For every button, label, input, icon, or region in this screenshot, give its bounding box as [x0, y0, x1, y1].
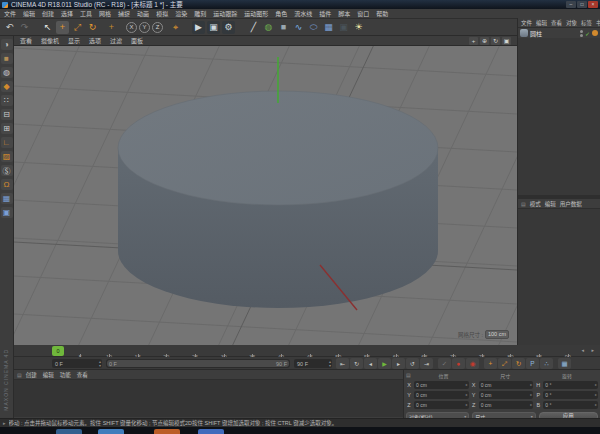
- menu-item[interactable]: 网格: [99, 9, 111, 18]
- ruler-tick[interactable]: 35: [238, 345, 267, 357]
- material-manager-body[interactable]: [14, 380, 403, 417]
- points-mode-icon[interactable]: ∷: [1, 95, 13, 106]
- live-selection-icon[interactable]: ↖: [41, 21, 54, 34]
- material-manager-tab[interactable]: 创建: [26, 371, 37, 379]
- ruler-tick[interactable]: 40: [267, 345, 296, 357]
- zoom-view-icon[interactable]: ⊕: [480, 37, 489, 45]
- ruler-scroll-arrows[interactable]: ◂ ▸: [582, 347, 597, 353]
- ruler-tick[interactable]: 70: [439, 345, 468, 357]
- record-scale-toggle[interactable]: ⤢: [498, 358, 511, 369]
- menu-item[interactable]: 脚本: [338, 9, 350, 18]
- workplane-icon[interactable]: ▦: [1, 193, 13, 204]
- viewport-canvas[interactable]: 网格尺寸 : 100 cm: [14, 46, 517, 345]
- end-frame-input[interactable]: 90 F ▴▾: [294, 359, 332, 368]
- texture-axis-icon[interactable]: ▨: [1, 151, 13, 162]
- autokey-button[interactable]: ◉: [466, 358, 479, 369]
- object-manager-tab[interactable]: 查看: [551, 19, 562, 27]
- material-manager-tab[interactable]: 功能: [60, 371, 71, 379]
- size-field[interactable]: 0 cm▸: [479, 391, 534, 399]
- menu-item[interactable]: 雕刻: [194, 9, 206, 18]
- material-manager-tab[interactable]: 查看: [77, 371, 88, 379]
- enable-checkmark-icon[interactable]: ✓: [585, 30, 590, 37]
- render-visibility-dot[interactable]: [580, 34, 583, 37]
- menu-item[interactable]: 编辑: [23, 9, 35, 18]
- menu-item[interactable]: 动画: [137, 9, 149, 18]
- lock-workplane-icon[interactable]: ▣: [1, 207, 13, 218]
- timeline-ruler[interactable]: 0 51015202530354045505560657075808590 ◂ …: [14, 345, 600, 357]
- next-frame-button[interactable]: ▸: [392, 358, 405, 369]
- position-field[interactable]: 0 cm▸: [414, 401, 469, 409]
- viewport-menu-item[interactable]: 摄像机: [41, 36, 59, 45]
- phong-tag-icon[interactable]: [592, 30, 598, 36]
- deformer-icon[interactable]: ⬭: [307, 21, 320, 34]
- close-button[interactable]: ×: [588, 1, 598, 8]
- menu-item[interactable]: 窗口: [357, 9, 369, 18]
- light-object-icon[interactable]: ☀: [352, 21, 365, 34]
- object-name[interactable]: 圆柱: [530, 29, 542, 38]
- animation-palette-icon[interactable]: ▦: [558, 358, 571, 369]
- menu-item[interactable]: 工具: [80, 9, 92, 18]
- ruler-tick[interactable]: 55: [353, 345, 382, 357]
- position-field[interactable]: 0 cm▸: [414, 381, 469, 389]
- viewport-menu-item[interactable]: 面板: [131, 36, 143, 45]
- workplane-mode-icon[interactable]: ◆: [1, 81, 13, 92]
- menu-item[interactable]: 帮助: [376, 9, 388, 18]
- ruler-tick[interactable]: 90: [553, 345, 582, 357]
- range-slider-bar[interactable]: [107, 360, 289, 367]
- enable-snap-icon[interactable]: Ω: [1, 179, 13, 190]
- menu-item[interactable]: 插件: [319, 9, 331, 18]
- lock-x-axis-icon[interactable]: X: [126, 22, 137, 33]
- render-view-icon[interactable]: ▶: [192, 21, 205, 34]
- ruler-tick[interactable]: 65: [410, 345, 439, 357]
- redo-icon[interactable]: ↷: [18, 21, 31, 34]
- taskbar-app-icon[interactable]: [56, 429, 82, 434]
- viewport-menu-item[interactable]: 过滤: [110, 36, 122, 45]
- ruler-tick[interactable]: 10: [95, 345, 124, 357]
- render-picture-viewer-icon[interactable]: ▣: [207, 21, 220, 34]
- ruler-tick[interactable]: 80: [496, 345, 525, 357]
- ruler-tick[interactable]: 15: [123, 345, 152, 357]
- goto-end-button[interactable]: ⇥: [420, 358, 433, 369]
- polygons-mode-icon[interactable]: ⊞: [1, 123, 13, 134]
- ruler-tick[interactable]: 45: [295, 345, 324, 357]
- play-mode-button[interactable]: ↻: [350, 358, 363, 369]
- menu-item[interactable]: 选择: [61, 9, 73, 18]
- ruler-tick[interactable]: 60: [381, 345, 410, 357]
- object-manager-tab[interactable]: 编辑: [536, 19, 547, 27]
- menu-item[interactable]: 运动跟踪: [213, 9, 237, 18]
- scale-tool-icon[interactable]: ⤢: [71, 21, 84, 34]
- menu-item[interactable]: 创建: [42, 9, 54, 18]
- menu-item[interactable]: 捕捉: [118, 9, 130, 18]
- ruler-tick[interactable]: 50: [324, 345, 353, 357]
- position-field[interactable]: 0 cm▸: [414, 391, 469, 399]
- last-tool-icon[interactable]: +: [105, 21, 118, 34]
- menu-item[interactable]: 角色: [275, 9, 287, 18]
- size-field[interactable]: 0 cm▸: [479, 401, 534, 409]
- attribute-manager-body[interactable]: [518, 209, 600, 355]
- ruler-tick[interactable]: 30: [209, 345, 238, 357]
- camera-object-icon[interactable]: ▣: [337, 21, 350, 34]
- previous-frame-button[interactable]: ◂: [364, 358, 377, 369]
- record-position-toggle[interactable]: +: [484, 358, 497, 369]
- pen-tool-icon[interactable]: ╱: [247, 21, 260, 34]
- attribute-manager-tab[interactable]: 模式: [530, 200, 541, 208]
- enable-axis-icon[interactable]: ∟: [1, 137, 13, 148]
- frame-stepper[interactable]: ▴▾: [99, 360, 102, 367]
- menu-item[interactable]: 模拟: [156, 9, 168, 18]
- edges-mode-icon[interactable]: ⊟: [1, 109, 13, 120]
- end-frame-stepper[interactable]: ▴▾: [329, 360, 332, 367]
- object-manager-tab[interactable]: 书签: [596, 19, 600, 27]
- record-rotation-toggle[interactable]: ↻: [512, 358, 525, 369]
- record-pla-toggle[interactable]: ∴: [540, 358, 553, 369]
- attribute-manager-tab[interactable]: 编辑: [545, 200, 556, 208]
- taskbar-app-icon[interactable]: [154, 429, 180, 434]
- editor-visibility-dot[interactable]: [580, 30, 583, 33]
- viewport-menu-item[interactable]: 查看: [20, 36, 32, 45]
- menu-item[interactable]: 渲染: [175, 9, 187, 18]
- ruler-tick[interactable]: 5: [66, 345, 95, 357]
- rotation-field[interactable]: 0 °▸: [543, 391, 598, 399]
- rotation-field[interactable]: 0 °▸: [543, 381, 598, 389]
- object-manager-tab[interactable]: 文件: [521, 19, 532, 27]
- frame-range-slider[interactable]: 0 F 90 F: [106, 359, 290, 368]
- object-manager-body[interactable]: [518, 38, 600, 195]
